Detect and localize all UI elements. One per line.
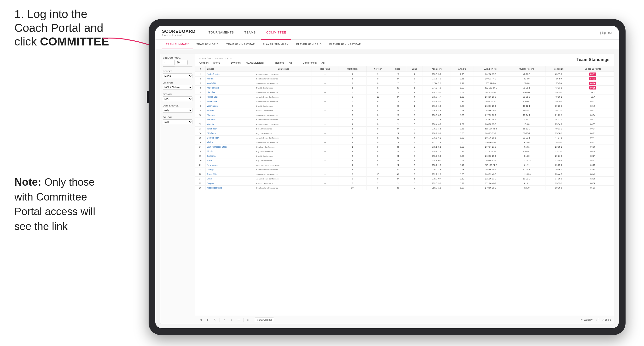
toolbar-reload[interactable]: ↻	[212, 317, 218, 323]
filter-gender-select[interactable]: Men's	[163, 73, 192, 78]
cell-value: 1.63	[450, 140, 474, 145]
cell-value: 1.30	[450, 172, 474, 176]
filter-division-select[interactable]: NCAA Division I	[163, 85, 192, 90]
filter-school-select[interactable]: (All)	[163, 119, 192, 124]
cell-value: 27	[389, 81, 406, 86]
col-adj-score[interactable]: Adj. Score	[422, 66, 450, 72]
sign-out-link[interactable]: | Sign out	[600, 31, 612, 34]
col-conf-rank[interactable]: Conf Rank	[338, 66, 366, 72]
cell-school: Arizona State	[206, 86, 255, 90]
cell-school: Virginia	[206, 122, 255, 127]
cell-value: 8	[366, 113, 389, 118]
cell-value: 18-12-1	[508, 104, 545, 108]
sub-nav-team-h2h-grid[interactable]: TEAM H2H GRID	[193, 40, 223, 49]
sub-nav-team-summary[interactable]: TEAM SUMMARY	[162, 40, 193, 49]
col-avg-low[interactable]: Avg. Low Rd.	[474, 66, 508, 72]
col-rnds[interactable]: Rnds	[389, 66, 406, 72]
toolbar-forward[interactable]: ▶	[205, 317, 210, 323]
toolbar-divider-2	[243, 318, 244, 322]
col-rank[interactable]: #	[195, 66, 206, 72]
cell-value: 1.28	[450, 168, 474, 172]
cell-value: 5	[338, 113, 366, 118]
table-row: 10AlabamaSoutheastern Conference–5823327…	[195, 113, 614, 118]
main-content: Minimum Rou... Gender Men's	[155, 49, 619, 328]
cell-value: 279.1 -1.4	[422, 149, 450, 154]
filter-conference-select[interactable]: (All)	[163, 108, 192, 113]
cell-value: 35-18-1	[546, 131, 572, 136]
col-no-tour[interactable]: No Tour	[366, 66, 389, 72]
toolbar-more[interactable]: •••	[236, 317, 241, 323]
col-overall[interactable]: Overall Record	[508, 66, 545, 72]
cell-value: 265 61-21-0	[474, 99, 508, 104]
nav-item-teams[interactable]: TEAMS	[239, 26, 261, 40]
cell-conference: Big 12 Conference	[255, 127, 312, 131]
toolbar-home[interactable]: ⌂	[222, 317, 227, 323]
cell-value: –	[312, 168, 338, 172]
cell-value: 23	[195, 172, 206, 176]
cell-school: Texas Tech	[206, 127, 255, 131]
share-btn[interactable]: ⤴ Share	[602, 319, 611, 321]
toolbar-clock[interactable]: ⏱	[246, 317, 251, 323]
table-row: 22GeorgiaSoutheastern Conference–8721127…	[195, 168, 614, 172]
cell-conference: Big Ten Conference	[255, 149, 312, 154]
cell-value: –	[312, 145, 338, 149]
filter-minimum-rounds: Minimum Rou...	[163, 57, 192, 67]
col-reg-rank[interactable]: Reg Rank	[312, 66, 338, 72]
cell-value: 1.85	[450, 127, 474, 131]
cell-value: 2.37	[450, 90, 474, 95]
sub-nav-player-summary[interactable]: PLAYER SUMMARY	[258, 40, 292, 49]
cell-value: –	[312, 86, 338, 90]
cell-value: 7	[338, 140, 366, 145]
col-avg-sg[interactable]: Avg. SG	[450, 66, 474, 72]
cell-value: 7	[366, 168, 389, 172]
filter-region-select[interactable]: N/A	[163, 96, 192, 101]
cell-value: 260 83-25-1	[474, 154, 508, 159]
watch-btn[interactable]: 👁 Watch ▾	[581, 319, 592, 321]
cell-value: 8	[338, 168, 366, 172]
sub-nav-team-h2h-heatmap[interactable]: TEAM H2H HEATMAP	[222, 40, 258, 49]
cell-value: 280.7 -1.8	[422, 186, 450, 190]
filter-slider[interactable]	[163, 66, 192, 67]
sub-nav-player-h2h-heatmap[interactable]: PLAYER H2H HEATMAP	[326, 40, 365, 49]
cell-value: 8	[366, 108, 389, 113]
cell-value: 9	[338, 172, 366, 176]
col-vs-top50[interactable]: Vs Top 50 Points	[572, 66, 614, 72]
col-school[interactable]: School	[206, 66, 255, 72]
cell-value: 1	[406, 168, 423, 172]
filter-min-input[interactable]	[163, 60, 175, 65]
cell-value: 2.01	[450, 122, 474, 127]
col-wins[interactable]: Wins	[406, 66, 423, 72]
toolbar-fullscreen[interactable]: ⛶	[595, 317, 600, 323]
cell-value: 24	[389, 154, 406, 159]
cell-value: 1	[406, 86, 423, 90]
filter-region-label: Region	[163, 93, 192, 95]
cell-value: 2	[338, 95, 366, 99]
table-container[interactable]: # School Conference Reg Rank Conf Rank N…	[195, 66, 614, 316]
view-btn[interactable]: View: Original	[255, 318, 274, 322]
table-row: 7TennesseeSoutheastern Conference–461822…	[195, 99, 614, 104]
sub-nav-player-h2h-grid[interactable]: PLAYER H2H GRID	[292, 40, 326, 49]
filter-region: Region N/A	[163, 93, 192, 101]
table-row: 4Arizona StatePac-12 Conference–18261274…	[195, 86, 614, 90]
nav-item-committee[interactable]: COMMITTEE	[261, 26, 292, 40]
table-row: 3VanderbiltSoutheastern Conference–28278…	[195, 81, 614, 86]
cell-value: 273.5 -5.2	[422, 72, 450, 77]
cell-value: 0.97	[450, 186, 474, 190]
share-icon: ⤴	[602, 319, 604, 321]
cell-conference: Southern Conference	[255, 145, 312, 149]
col-conference[interactable]: Conference	[255, 66, 312, 72]
nav-item-tournaments[interactable]: TOURNAMENTS	[203, 26, 239, 40]
app-header: SCOREBOARD Powered by clippd TOURNAMENTS…	[155, 26, 619, 40]
filter-max-input[interactable]	[176, 60, 188, 65]
col-vs-top25[interactable]: Vs Top 25	[546, 66, 572, 72]
cell-value: 8	[366, 81, 389, 86]
cell-school: Auburn	[206, 77, 255, 81]
cell-conference: Mountain West Conference	[255, 163, 312, 168]
cell-conference: Southeastern Conference	[255, 113, 312, 118]
toolbar-add[interactable]: +	[229, 317, 234, 323]
toolbar-back[interactable]: ◀	[198, 317, 203, 323]
cell-value: 5	[338, 181, 366, 186]
filter-min-rounds-control	[163, 60, 192, 65]
cell-value: 13-24-1	[508, 113, 545, 118]
cell-value: 43-23-1	[546, 86, 572, 90]
